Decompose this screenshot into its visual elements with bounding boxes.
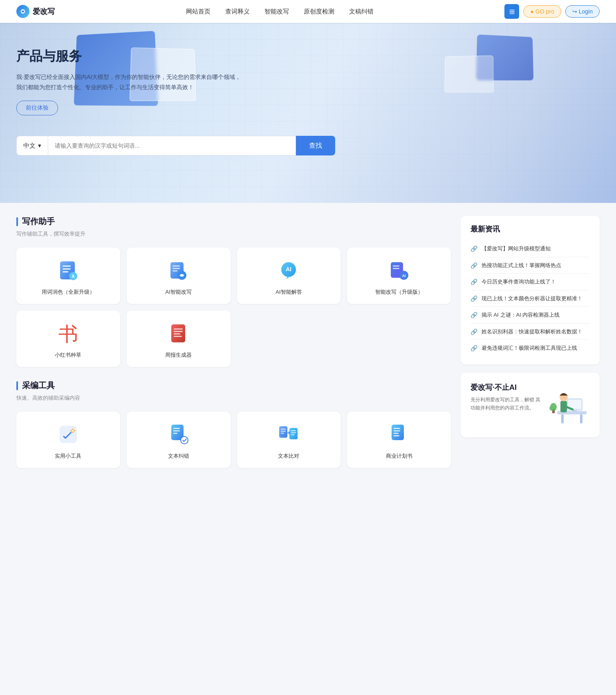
svg-text:AI: AI	[286, 266, 291, 272]
nav-home[interactable]: 网站首页	[186, 8, 211, 16]
svg-rect-34	[281, 429, 286, 430]
news-item-3[interactable]: 🔗 现已上线！文本颜色分析器让提取更精准！	[470, 290, 590, 307]
svg-rect-29	[173, 428, 180, 429]
editor-title: 采编工具	[22, 380, 55, 391]
tool-word-polish[interactable]: A 用词润色（全新升级）	[16, 247, 120, 304]
svg-text:AI: AI	[402, 274, 406, 278]
search-input[interactable]	[48, 136, 296, 155]
smart-rewrite-label: 智能改写（升级版）	[375, 288, 423, 296]
lang-label: 中文	[23, 142, 36, 150]
link-icon-4: 🔗	[470, 312, 477, 318]
tool-xiaohongshu[interactable]: 书 小红书种草	[16, 310, 120, 367]
svg-text:A: A	[72, 274, 74, 279]
hero-desc: 我·爱改写已经全面接入国内AI大模型，作为你的智能伙伴，无论您的需求来自哪个领域…	[16, 72, 245, 92]
tool-practical[interactable]: 实用小工具	[16, 412, 120, 468]
right-column: 最新资讯 🔗 【爱改写】网站升级模型通知 🔗 热搜功能正式上线！掌握网络热点 🔗…	[461, 216, 600, 481]
svg-rect-16	[393, 265, 399, 267]
text-compare-label: 文本比对	[278, 452, 299, 460]
svg-rect-23	[174, 331, 183, 332]
link-icon-3: 🔗	[470, 295, 477, 302]
link-icon-2: 🔗	[470, 279, 477, 285]
hero-title: 产品与服务	[16, 47, 262, 65]
link-icon-1: 🔗	[470, 262, 477, 269]
person-illustration	[549, 382, 590, 427]
left-column: 写作助手 写作辅助工具，撰写效率提升 A 用词润色（全新升级）	[16, 216, 451, 481]
nav-rewrite[interactable]: 智能改写	[264, 8, 289, 16]
svg-rect-44	[394, 433, 399, 434]
news-item-4[interactable]: 🔗 揭示 AI 之谜：AI 内容检测器上线	[470, 307, 590, 324]
news-text-4: 揭示 AI 之谜：AI 内容检测器上线	[482, 311, 560, 319]
nav-correct[interactable]: 文稿纠错	[349, 8, 374, 16]
go-pro-button[interactable]: ● GO pro	[523, 5, 561, 18]
ai-answer-icon: AI	[277, 259, 300, 282]
tool-smart-rewrite-pro[interactable]: AI 智能改写（升级版）	[347, 247, 451, 304]
tool-business-plan[interactable]: 商业计划书	[347, 412, 451, 468]
svg-rect-36	[281, 433, 284, 434]
chevron-down-icon: ▾	[38, 142, 41, 149]
svg-rect-51	[573, 410, 577, 412]
language-select[interactable]: 中文 ▾	[16, 136, 48, 155]
news-item-1[interactable]: 🔗 热搜功能正式上线！掌握网络热点	[470, 257, 590, 274]
news-item-5[interactable]: 🔗 姓名识别利器：快速提取和解析姓名数据！	[470, 324, 590, 340]
promo-content: 爱改写·不止AI 充分利用爱改写的工具，解锁 其功能并利用您的内容工作流。	[470, 382, 542, 412]
news-item-0[interactable]: 🔗 【爱改写】网站升级模型通知	[470, 241, 590, 257]
tool-ai-answer[interactable]: AI AI智能解答	[237, 247, 341, 304]
svg-rect-38	[291, 430, 296, 431]
tool-text-proofread[interactable]: 文本纠错	[127, 412, 231, 468]
main-content: 写作助手 写作辅助工具，撰写效率提升 A 用词润色（全新升级）	[0, 203, 616, 494]
writing-desc: 写作辅助工具，撰写效率提升	[16, 230, 451, 238]
business-plan-icon	[388, 423, 410, 446]
svg-rect-8	[172, 265, 180, 267]
tool-weekly-report[interactable]: 周报生成器	[127, 310, 231, 367]
hero-section: 产品与服务 我·爱改写已经全面接入国内AI大模型，作为你的智能伙伴，无论您的需求…	[0, 23, 616, 203]
news-text-3: 现已上线！文本颜色分析器让提取更精准！	[482, 295, 582, 303]
title-bar	[16, 217, 18, 226]
promo-title: 爱改写·不止AI	[470, 382, 542, 392]
news-item-6[interactable]: 🔗 避免违规词汇！极限词检测工具现已上线	[470, 340, 590, 356]
search-button[interactable]: 查找	[296, 136, 335, 155]
link-icon-6: 🔗	[470, 345, 477, 351]
svg-rect-47	[561, 414, 564, 423]
login-button[interactable]: ↪ Login	[565, 5, 600, 18]
news-card: 最新资讯 🔗 【爱改写】网站升级模型通知 🔗 热搜功能正式上线！掌握网络热点 🔗…	[461, 216, 600, 364]
xiaohongshu-icon: 书	[57, 322, 80, 345]
news-text-6: 避免违规词汇！极限词检测工具现已上线	[482, 344, 577, 352]
text-proofread-icon	[167, 423, 190, 446]
svg-rect-2	[63, 265, 71, 267]
logo[interactable]: 爱改写	[16, 5, 55, 18]
svg-rect-4	[63, 271, 68, 272]
try-button[interactable]: 前往体验	[16, 101, 58, 115]
svg-rect-33	[279, 426, 287, 438]
promo-image	[549, 382, 590, 427]
tool-text-compare[interactable]: 文本比对	[237, 412, 341, 468]
svg-rect-9	[172, 268, 180, 269]
writing-tools-grid: A 用词润色（全新升级） AI智能改	[16, 247, 451, 367]
link-icon-5: 🔗	[470, 328, 477, 335]
writing-section-header: 写作助手	[16, 216, 451, 227]
news-item-2[interactable]: 🔗 今日历史事件查询功能上线了！	[470, 274, 590, 290]
grid-button[interactable]: ⊞	[504, 4, 519, 19]
tool-ai-rewrite[interactable]: AI智能改写	[127, 247, 231, 304]
title-bar2	[16, 381, 18, 390]
logo-text: 爱改写	[33, 7, 55, 16]
nav-dict[interactable]: 查词释义	[225, 8, 250, 16]
svg-rect-42	[394, 428, 400, 429]
search-row: 中文 ▾ 查找	[16, 136, 335, 155]
nav-check[interactable]: 原创度检测	[304, 8, 334, 16]
editor-tools-grid: 实用小工具 文本纠错	[16, 412, 451, 468]
writing-title: 写作助手	[22, 216, 55, 227]
news-text-1: 热搜功能正式上线！掌握网络热点	[482, 261, 561, 270]
smart-rewrite-icon: AI	[388, 259, 410, 282]
svg-rect-39	[291, 432, 296, 433]
svg-rect-24	[174, 333, 180, 335]
news-text-5: 姓名识别利器：快速提取和解析姓名数据！	[482, 328, 582, 336]
svg-rect-52	[560, 401, 567, 412]
news-text-2: 今日历史事件查询功能上线了！	[482, 278, 556, 286]
svg-rect-35	[281, 431, 286, 432]
editor-desc: 快速、高效的辅助采编内容	[16, 394, 451, 402]
svg-rect-48	[580, 414, 582, 423]
svg-point-56	[549, 406, 553, 411]
login-icon: ↪	[572, 8, 577, 15]
ai-answer-label: AI智能解答	[276, 288, 302, 296]
svg-rect-30	[173, 430, 180, 432]
